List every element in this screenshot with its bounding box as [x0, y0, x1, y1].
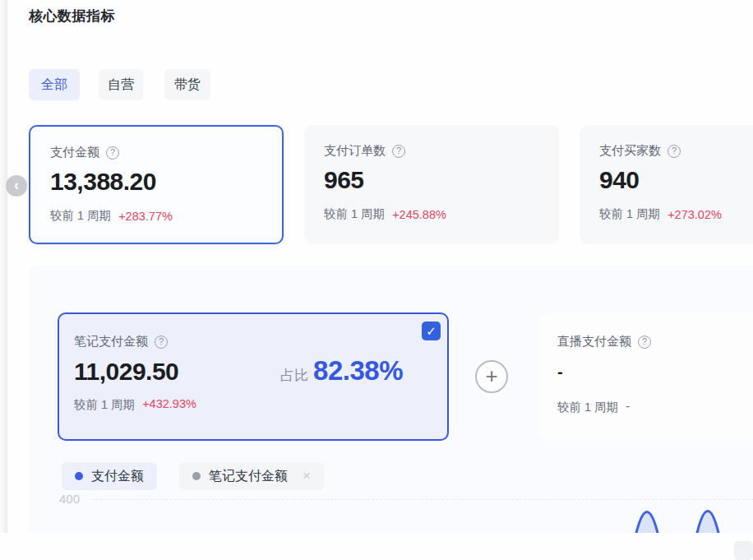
compare-label: 较前 1 周期 [557, 400, 618, 415]
change-value: +283.77% [118, 210, 173, 223]
metric-label: 支付买家数 [599, 143, 661, 159]
page-title: 核心数据指标 [29, 7, 115, 25]
left-panel-edge [0, 0, 7, 533]
legend-label: 笔记支付金额 [209, 468, 288, 485]
y-axis-tick: 400 [45, 492, 80, 506]
tab-self-operated[interactable]: 自营 [99, 69, 143, 100]
tab-goods[interactable]: 带货 [164, 69, 210, 100]
compare-label: 较前 1 周期 [324, 206, 385, 222]
help-icon[interactable]: ? [668, 145, 681, 158]
change-value: +273.02% [668, 208, 722, 221]
scroll-left-button[interactable]: ‹ [6, 175, 27, 197]
chevron-left-icon: ‹ [14, 178, 19, 192]
legend-item-payment-amount[interactable]: 支付金额 [62, 462, 157, 490]
metric-value: 965 [324, 166, 539, 194]
chart-gridline [92, 499, 753, 500]
legend-label: 支付金额 [91, 468, 144, 485]
metric-card-order-count[interactable]: 支付订单数 ? 965 较前 1 周期 +245.88% [304, 125, 559, 244]
metric-card-payment-amount[interactable]: 支付金额 ? 13,388.20 较前 1 周期 +283.77% [29, 125, 284, 244]
compare-label: 较前 1 周期 [599, 206, 660, 222]
share-label: 占比 [280, 366, 308, 385]
help-icon[interactable]: ? [106, 146, 119, 160]
metric-card-buyer-count[interactable]: 支付买家数 ? 940 较前 1 周期 +273.02% [580, 125, 753, 244]
scroll-corner[interactable] [734, 541, 753, 560]
legend-dot-icon [75, 472, 83, 480]
metric-value: 13,388.20 [50, 168, 262, 196]
compare-label: 较前 1 周期 [74, 397, 135, 413]
legend-dot-icon [192, 472, 201, 480]
help-icon[interactable]: ? [392, 145, 405, 158]
tab-all[interactable]: 全部 [29, 69, 80, 100]
legend-item-note-payment[interactable]: 笔记支付金额 × [179, 462, 324, 490]
metric-value: 940 [599, 166, 753, 194]
subcard-live-payment[interactable]: 直播支付金额 ? - 较前 1 周期 - [540, 312, 753, 441]
metric-label: 支付金额 [50, 145, 99, 160]
check-icon: ✓ [426, 324, 437, 339]
metric-label: 直播支付金额 [557, 334, 631, 349]
add-metric-button[interactable]: + [475, 360, 508, 393]
change-value: +432.93% [142, 397, 196, 413]
metric-label: 支付订单数 [324, 143, 386, 159]
subcard-note-payment[interactable]: ✓ 笔记支付金额 ? 11,029.50 占比 82.38% 较前 1 周期 +… [58, 312, 449, 441]
metric-value: 11,029.50 [74, 358, 178, 386]
share-group: 占比 82.38% [280, 355, 431, 386]
trend-line-chart [608, 503, 753, 533]
plus-icon: + [485, 365, 497, 386]
close-icon[interactable]: × [303, 468, 311, 484]
compare-label: 较前 1 周期 [50, 208, 111, 224]
metric-label: 笔记支付金额 [74, 334, 148, 349]
change-value: +245.88% [392, 208, 446, 221]
trend-panel: ✓ 笔记支付金额 ? 11,029.50 占比 82.38% 较前 1 周期 +… [29, 265, 753, 533]
help-icon[interactable]: ? [638, 336, 651, 349]
checkbox-checked-icon[interactable]: ✓ [422, 322, 441, 340]
metric-value: - [557, 363, 753, 382]
change-value: - [626, 400, 630, 415]
share-value: 82.38% [313, 355, 403, 386]
help-icon[interactable]: ? [155, 336, 168, 349]
core-metrics-dashboard: 核心数据指标 全部 自营 带货 支付金额 ? 13,388.20 较前 1 周期… [0, 0, 753, 560]
